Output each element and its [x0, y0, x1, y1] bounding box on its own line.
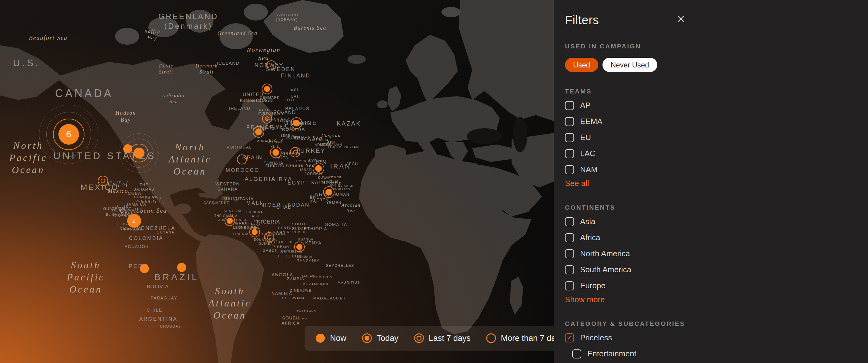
section-header-teams: TEAMS — [565, 88, 868, 95]
checkbox-label: North America — [580, 249, 630, 258]
team-eema[interactable]: EEMA — [565, 113, 868, 129]
legend-label: More than 7 days ago — [501, 334, 554, 343]
marker-ring — [293, 150, 297, 154]
close-icon[interactable]: ✕ — [677, 14, 685, 24]
marker-ring — [267, 235, 271, 239]
marker-dot — [140, 264, 149, 273]
section-header-continents: CONTINENTS — [565, 204, 868, 211]
checkbox-icon[interactable] — [565, 217, 574, 226]
continents-silhouette — [0, 0, 554, 363]
marker-ring — [267, 61, 276, 70]
marker-dot — [227, 218, 233, 224]
legend-now-icon — [315, 333, 325, 343]
checkbox-label: Asia — [580, 217, 595, 226]
legend-item-today: Today — [362, 333, 398, 343]
pill-never-used[interactable]: Never Used — [602, 58, 657, 72]
time-legend-bar: NowTodayLast 7 daysMore than 7 days ago — [305, 326, 554, 351]
marker-ring — [101, 178, 105, 183]
marker-dot — [177, 263, 186, 272]
checkbox-icon[interactable] — [565, 265, 574, 274]
filters-panel: Filters ✕ USED IN CAMPAIGN UsedNever Use… — [554, 0, 868, 363]
checkbox-icon[interactable] — [565, 233, 574, 242]
checkbox-label: South America — [580, 265, 631, 274]
continent-europe[interactable]: Europe — [565, 278, 868, 294]
legend-today-icon — [362, 333, 372, 343]
team-eu[interactable]: EU — [565, 129, 868, 145]
legend-item-more7: More than 7 days ago — [486, 333, 554, 343]
checkbox-label: Europe — [580, 281, 606, 290]
section-header-categories: CATEGORY & SUBCATEGORIES — [565, 320, 868, 327]
legend-label: Today — [377, 334, 398, 343]
legend-label: Last 7 days — [429, 334, 470, 343]
legend-more7-icon — [486, 333, 496, 343]
category-entertainment[interactable]: Entertainment — [572, 346, 868, 362]
used-in-campaign-toggle: UsedNever Used — [565, 58, 868, 72]
legend-label: Now — [330, 334, 346, 343]
marker-ring — [237, 154, 247, 164]
continent-africa[interactable]: Africa — [565, 230, 868, 245]
marker-dot — [315, 165, 322, 172]
checkbox-icon[interactable] — [565, 249, 574, 258]
team-nam[interactable]: NAM — [565, 162, 868, 177]
marker-dot — [255, 129, 262, 135]
checkbox-checked-icon[interactable]: ✓ — [565, 333, 574, 342]
checkbox-label: Priceless — [580, 333, 612, 342]
legend-item-last7: Last 7 days — [414, 333, 470, 343]
continents-checkbox-list: AsiaAfricaNorth AmericaSouth AmericaEuro… — [565, 213, 868, 294]
marker-ring — [265, 117, 269, 121]
checkbox-icon[interactable] — [565, 117, 574, 126]
checkbox-label: LAC — [580, 149, 595, 158]
marker-dot — [293, 120, 300, 127]
pill-used[interactable]: Used — [565, 58, 598, 72]
continent-north-america[interactable]: North America — [565, 245, 868, 262]
marker-dot — [133, 147, 145, 159]
teams-checkbox-list: APEEMAEULACNAM — [565, 97, 868, 177]
marker-dot: 2 — [127, 214, 141, 228]
team-ap[interactable]: AP — [565, 97, 868, 113]
checkbox-label: EEMA — [580, 117, 602, 126]
marker-dot — [252, 229, 258, 235]
checkbox-icon[interactable] — [565, 165, 574, 174]
section-header-used-in-campaign: USED IN CAMPAIGN — [565, 43, 868, 50]
checkbox-label: AP — [580, 101, 591, 110]
category-partial[interactable] — [572, 362, 868, 363]
checkbox-label: NAM — [580, 165, 598, 174]
checkbox-label: Africa — [580, 233, 600, 242]
marker-dot — [273, 149, 279, 156]
continent-asia[interactable]: Asia — [565, 213, 868, 230]
continent-south-america[interactable]: South America — [565, 262, 868, 278]
checkbox-label: EU — [580, 133, 591, 142]
filters-title: Filters — [565, 13, 868, 27]
legend-last7-icon — [414, 333, 424, 343]
marker-dot — [297, 244, 303, 250]
categories-checkbox-list: ✓PricelessEntertainment — [565, 330, 868, 363]
marker-dot — [264, 86, 270, 92]
legend-item-now: Now — [315, 333, 346, 343]
world-map-canvas[interactable]: Beaufort SeaBaffin BayDavis StraitDenmar… — [0, 0, 554, 363]
checkbox-icon[interactable] — [565, 149, 574, 158]
team-lac[interactable]: LAC — [565, 145, 868, 162]
checkbox-icon[interactable] — [565, 101, 574, 110]
marker-dot — [326, 189, 332, 195]
checkbox-icon[interactable] — [565, 281, 574, 290]
show-more-link[interactable]: Show more — [565, 295, 605, 304]
marker-dot: 6 — [58, 124, 79, 144]
checkbox-label: Entertainment — [587, 349, 637, 359]
checkbox-icon[interactable] — [565, 133, 574, 142]
category-priceless[interactable]: ✓Priceless — [565, 330, 868, 346]
checkbox-icon[interactable] — [572, 350, 581, 359]
see-all-link[interactable]: See all — [565, 179, 589, 188]
